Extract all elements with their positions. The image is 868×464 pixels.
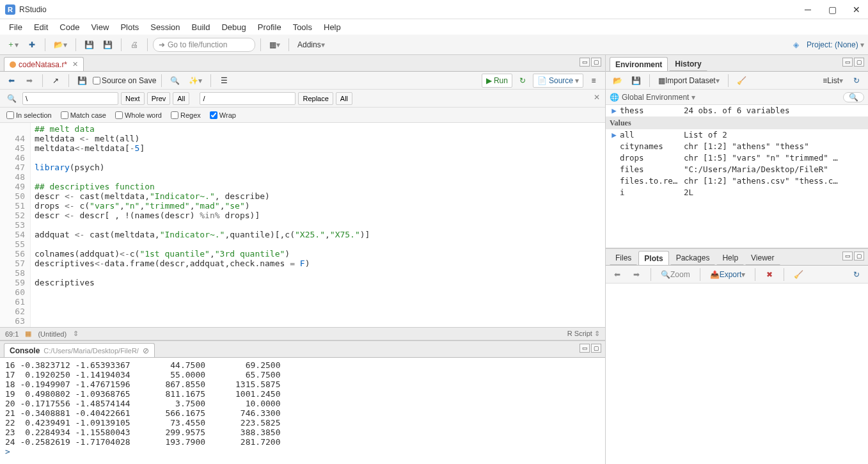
replace-input[interactable] — [200, 92, 296, 105]
files-tab-help[interactable]: Help — [716, 251, 744, 265]
view-mode-button[interactable]: ≡ List ▾ — [819, 73, 846, 88]
env-row[interactable]: citynameschr [1:2] "athens" "thess" — [606, 141, 868, 152]
chunk-name[interactable]: (Untitled) — [38, 330, 67, 338]
find-next-button[interactable]: Next — [121, 92, 145, 105]
env-row[interactable]: files.to.re…chr [1:2] "athens.csv" "thes… — [606, 175, 868, 187]
source-button[interactable]: 📄Source ▾ — [533, 74, 583, 88]
export-button[interactable]: 📤 Export ▾ — [707, 267, 749, 282]
wand-button[interactable]: ✨▾ — [185, 73, 205, 88]
run-button[interactable]: ▶Run — [482, 74, 512, 88]
env-search-input[interactable]: 🔍 — [843, 92, 864, 102]
tab-close-icon[interactable]: ✕ — [72, 60, 78, 68]
files-tab-plots[interactable]: Plots — [638, 251, 668, 265]
line-gutter: 44 45 46 47 48 49 50 51 52 53 54 55 56 5… — [0, 123, 31, 327]
in-selection-checkbox[interactable]: In selection — [6, 111, 52, 119]
env-row[interactable]: dropschr [1:5] "vars" "n" "trimmed" … — [606, 152, 868, 164]
console-output[interactable]: 16 -0.3823712 -1.65393367 44.7500 69.250… — [0, 358, 605, 464]
show-in-new-window-button[interactable]: ↗ — [48, 73, 63, 88]
wrap-checkbox[interactable]: Wrap — [210, 111, 236, 119]
files-minimize-button[interactable]: ▭ — [842, 252, 853, 260]
regex-checkbox[interactable]: Regex — [171, 111, 201, 119]
console-tab[interactable]: Console C:/Users/Maria/Desktop/FileR/ ⊘ — [4, 343, 155, 357]
env-row[interactable]: files"C:/Users/Maria/Desktop/FileR" — [606, 164, 868, 175]
close-button[interactable]: ✕ — [850, 4, 863, 15]
menu-view[interactable]: View — [86, 20, 114, 34]
files-maximize-button[interactable]: ▢ — [854, 252, 864, 260]
save-button[interactable]: 💾 — [81, 37, 97, 52]
console-maximize-button[interactable]: ▢ — [591, 344, 601, 353]
project-menu[interactable]: Project: (None) ▾ — [807, 40, 864, 49]
find-prev-button[interactable]: Prev — [147, 92, 171, 105]
zoom-button[interactable]: 🔍 Zoom — [658, 267, 693, 282]
find-button[interactable]: 🔍 — [167, 73, 183, 88]
refresh-plots-button[interactable]: ↻ — [849, 267, 864, 282]
outline-button[interactable]: ☰ — [216, 73, 232, 88]
remove-plot-button[interactable]: ✖ — [762, 267, 777, 282]
env-maximize-button[interactable]: ▢ — [854, 58, 864, 67]
code-text[interactable]: ## melt data meltdata <- melt(all) meltd… — [31, 123, 605, 327]
env-table[interactable]: ▶thess24 obs. of 6 variablesValues▶allLi… — [606, 105, 868, 248]
maximize-button[interactable]: ▢ — [826, 4, 839, 15]
source-tab-codenatasa[interactable]: codeNatasa.r* ✕ — [4, 57, 84, 71]
replace-button[interactable]: Replace — [298, 92, 333, 105]
source-on-save-checkbox[interactable]: Source on Save — [93, 76, 156, 85]
files-tab-files[interactable]: Files — [610, 251, 637, 265]
language-mode[interactable]: R Script — [567, 330, 592, 337]
minimize-button[interactable]: ─ — [801, 4, 814, 15]
close-find-button[interactable]: ✕ — [594, 93, 600, 102]
open-file-button[interactable]: 📂▾ — [51, 37, 70, 52]
load-workspace-button[interactable]: 📂 — [610, 73, 626, 88]
files-tab-packages[interactable]: Packages — [670, 251, 716, 265]
code-editor[interactable]: 44 45 46 47 48 49 50 51 52 53 54 55 56 5… — [0, 123, 605, 327]
replace-all-button[interactable]: All — [336, 92, 352, 105]
addins-menu[interactable]: Addins ▾ — [294, 37, 328, 52]
menu-plots[interactable]: Plots — [115, 20, 144, 34]
import-dataset-button[interactable]: ▦ Import Dataset ▾ — [655, 73, 723, 88]
new-file-button[interactable]: ＋▾ — [4, 37, 22, 52]
pane-maximize-button[interactable]: ▢ — [591, 58, 601, 67]
goto-file-input[interactable]: ➜ Go to file/function — [153, 38, 255, 52]
clear-workspace-button[interactable]: 🧹 — [734, 73, 750, 88]
menu-debug[interactable]: Debug — [216, 20, 251, 34]
whole-word-checkbox[interactable]: Whole word — [115, 111, 162, 119]
back-button[interactable]: ⬅ — [4, 73, 19, 88]
plot-back-button[interactable]: ⬅ — [610, 267, 625, 282]
env-tab-history[interactable]: History — [669, 57, 707, 71]
files-tab-viewer[interactable]: Viewer — [745, 251, 780, 265]
re-run-button[interactable]: ↻ — [515, 73, 530, 88]
find-all-button[interactable]: All — [173, 92, 189, 105]
console-minimize-button[interactable]: ▭ — [580, 344, 590, 353]
env-row[interactable]: ▶allList of 2 — [606, 129, 868, 141]
wd-browse-icon[interactable]: ⊘ — [143, 346, 149, 355]
env-row[interactable]: ▶thess24 obs. of 6 variables — [606, 105, 868, 116]
separator — [45, 38, 45, 51]
env-row[interactable]: i2L — [606, 187, 868, 198]
menu-session[interactable]: Session — [145, 20, 185, 34]
menu-code[interactable]: Code — [54, 20, 84, 34]
menu-help[interactable]: Help — [319, 20, 346, 34]
env-minimize-button[interactable]: ▭ — [842, 58, 853, 67]
forward-button[interactable]: ➡ — [22, 73, 37, 88]
clear-plots-button[interactable]: 🧹 — [791, 267, 807, 282]
save-all-button[interactable]: 💾 — [100, 37, 116, 52]
print-button[interactable]: 🖨 — [127, 37, 142, 52]
pane-minimize-button[interactable]: ▭ — [580, 58, 590, 67]
menu-build[interactable]: Build — [187, 20, 216, 34]
environment-pane: EnvironmentHistory ▭ ▢ 📂 💾 ▦ Import Data… — [606, 55, 868, 249]
env-scope-select[interactable]: Global Environment ▾ — [622, 93, 695, 102]
menu-profile[interactable]: Profile — [253, 20, 287, 34]
save-workspace-button[interactable]: 💾 — [628, 73, 644, 88]
match-case-checkbox[interactable]: Match case — [61, 111, 106, 119]
plot-forward-button[interactable]: ➡ — [629, 267, 644, 282]
project-cube-icon[interactable]: ◈ — [789, 37, 804, 52]
save-doc-button[interactable]: 💾 — [74, 73, 90, 88]
find-input[interactable] — [22, 92, 118, 105]
new-project-button[interactable]: ✚ — [24, 37, 40, 52]
env-tab-environment[interactable]: Environment — [610, 57, 668, 71]
menu-edit[interactable]: Edit — [29, 20, 53, 34]
grid-view-button[interactable]: ▦▾ — [266, 37, 283, 52]
refresh-env-button[interactable]: ↻ — [849, 73, 864, 88]
document-outline-button[interactable]: ≡ — [586, 73, 601, 88]
menu-file[interactable]: File — [4, 20, 28, 34]
menu-tools[interactable]: Tools — [288, 20, 317, 34]
